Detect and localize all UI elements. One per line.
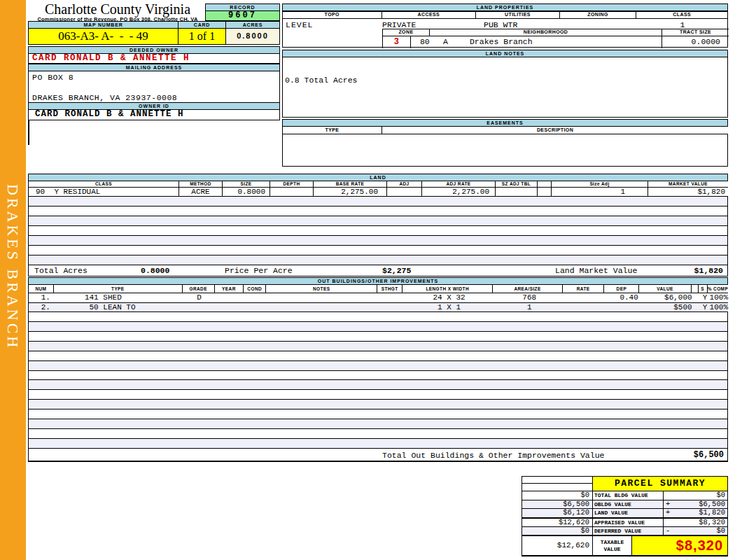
tract-size-value: 0.0000 bbox=[662, 36, 729, 48]
zone-box: ZONE NEIGHBORHOOD TRACT SIZE 3 80 A Drak… bbox=[382, 29, 729, 48]
summary-row-total-bldg: $0 TOTAL BLDG VALUE $0 bbox=[522, 491, 727, 499]
district-sidebar: DRAKES BRANCH bbox=[0, 0, 26, 560]
easements-header: EASEMENTS bbox=[282, 119, 728, 127]
easement-type-label: TYPE bbox=[283, 127, 382, 134]
ob-col-notes: NOTES bbox=[266, 285, 377, 293]
ob-col-dep: DEP bbox=[604, 285, 639, 293]
ob-pct-comp: 100% bbox=[710, 293, 728, 302]
land-col-size: SIZE bbox=[223, 181, 270, 187]
card-value: 1 of 1 bbox=[178, 29, 226, 45]
acres-label: ACRES bbox=[226, 21, 280, 29]
land-adj-value bbox=[387, 188, 422, 196]
land-notes-header: LAND NOTES bbox=[282, 50, 728, 57]
land-notes-text: 0.8 Total Acres bbox=[285, 76, 358, 85]
value-taxable: $8,320 bbox=[632, 536, 727, 555]
label-obldg: OBLDG VALUE bbox=[593, 500, 664, 508]
land-size-value: 0.8000 bbox=[223, 188, 270, 196]
map-number-value: 063-A3- A- - - 49 bbox=[28, 29, 178, 45]
land-col-size-adj: Size Adj bbox=[552, 181, 648, 187]
access-label: ACCESS bbox=[382, 12, 477, 18]
tract-size-label: TRACT SIZE bbox=[662, 29, 729, 36]
empty-row bbox=[29, 206, 727, 216]
empty-row bbox=[29, 371, 727, 381]
ob-sthgt bbox=[379, 293, 404, 302]
address-line1: PO BOX 8 bbox=[32, 73, 74, 82]
ob-year bbox=[215, 293, 244, 302]
summary-row-deferred: $0 DEFERRED VALUE -$0 bbox=[522, 526, 727, 535]
land-properties-box: TOPO ACCESS UTILITIES ZONING CLASS LEVEL… bbox=[282, 11, 728, 48]
owner-id-value: CARD RONALD B & ANNETTE H bbox=[28, 110, 280, 120]
ob-area-size: 1 bbox=[494, 303, 564, 312]
mailing-address-header: MAILING ADDRESS bbox=[28, 64, 280, 71]
land-market-value-total: $1,820 bbox=[694, 266, 723, 275]
land-method-value: ACRE bbox=[179, 188, 223, 196]
zoning-label: ZONING bbox=[560, 12, 637, 18]
ob-s: Y bbox=[701, 303, 710, 312]
land-col-class: CLASS bbox=[29, 181, 179, 187]
summary-prior-header-cell bbox=[522, 477, 593, 491]
prior-taxable: $12,620 bbox=[522, 536, 593, 555]
value-land: $1,820 bbox=[699, 509, 725, 517]
land-table-column-headers: CLASS METHOD SIZE DEPTH BASE RATE ADJ AD… bbox=[28, 181, 728, 188]
value-deferred: $0 bbox=[716, 527, 725, 535]
parcel-summary: PARCEL SUMMARY $0 TOTAL BLDG VALUE $0 $6… bbox=[522, 476, 728, 556]
label-taxable: TAXABLE VALUE bbox=[593, 536, 632, 555]
parcel-id-headers: MAP NUMBER CARD ACRES bbox=[28, 21, 280, 29]
empty-row bbox=[29, 255, 727, 265]
neighborhood-label: NEIGHBORHOOD bbox=[430, 29, 662, 36]
ob-num: 1. bbox=[29, 293, 54, 302]
easement-description-label: DESCRIPTION bbox=[382, 127, 728, 134]
land-notes-box: 0.8 Total Acres bbox=[282, 57, 728, 118]
empty-row bbox=[29, 312, 727, 322]
empty-row bbox=[29, 216, 727, 226]
ob-col-length-width: LENGTH X WIDTH bbox=[402, 285, 493, 293]
ob-s: Y bbox=[701, 293, 710, 302]
ob-cond bbox=[244, 293, 267, 302]
land-properties-header: LAND PROPERTIES bbox=[282, 4, 728, 11]
empty-row bbox=[29, 400, 727, 410]
land-adj-rate-value: 2,275.00 bbox=[422, 188, 496, 196]
summary-row-appraised: $12,620 APPRAISED VALUE $8,320 bbox=[522, 517, 727, 526]
empty-row bbox=[29, 351, 727, 361]
ob-sthgt bbox=[379, 303, 404, 312]
land-col-method: METHOD bbox=[179, 181, 223, 187]
empty-row bbox=[29, 439, 727, 448]
ob-value: $500 bbox=[641, 303, 694, 312]
empty-row bbox=[29, 361, 727, 371]
land-sz-adj-tbl-value bbox=[496, 188, 538, 196]
mailing-address-box: PO BOX 8 DRAKES BRANCH, VA 23937-0008 bbox=[28, 71, 280, 102]
ob-pct-comp: 100% bbox=[710, 303, 728, 312]
topo-label: TOPO bbox=[283, 12, 382, 18]
price-per-acre-value: $2,275 bbox=[382, 266, 411, 275]
land-totals-row: Total Acres 0.8000 Price Per Acre $2,275… bbox=[28, 265, 728, 276]
total-acres-value: 0.8000 bbox=[141, 266, 169, 275]
neighborhood-code: 80 bbox=[420, 37, 430, 46]
owner-panel-edge bbox=[28, 120, 29, 145]
empty-row bbox=[29, 410, 727, 419]
land-table: LAND CLASS METHOD SIZE DEPTH BASE RATE A… bbox=[28, 174, 728, 276]
out-buildings-total-value: $6,500 bbox=[694, 450, 724, 460]
ob-dep bbox=[606, 303, 641, 312]
utilities-label: UTILITIES bbox=[476, 12, 560, 18]
ob-rate bbox=[564, 303, 606, 312]
county-title: Charlotte County Virginia bbox=[29, 2, 206, 16]
value-appraised: $8,320 bbox=[699, 519, 725, 526]
ob-col-rate: RATE bbox=[563, 285, 605, 293]
empty-row bbox=[29, 197, 727, 206]
summary-row-obldg: $6,500 OBLDG VALUE +$6,500 bbox=[522, 500, 727, 508]
ob-type: 141 SHED bbox=[54, 293, 183, 302]
empty-row bbox=[29, 390, 727, 400]
record-box: RECORD 9607 bbox=[205, 4, 280, 21]
ob-col-pct-comp: % COMP bbox=[708, 285, 728, 293]
ob-area-size: 768 bbox=[494, 293, 564, 302]
op-deferred: - bbox=[666, 527, 670, 535]
zone-label: ZONE bbox=[383, 29, 430, 36]
prior-land: $6,120 bbox=[522, 509, 593, 517]
easements-column-headers: TYPE DESCRIPTION bbox=[282, 127, 728, 134]
empty-row bbox=[29, 236, 727, 246]
district-vertical-label: DRAKES BRANCH bbox=[4, 184, 22, 350]
land-table-title: LAND bbox=[28, 174, 728, 181]
land-blank-value bbox=[538, 188, 552, 196]
address-line2: DRAKES BRANCH, VA 23937-0008 bbox=[32, 93, 177, 102]
ob-length-width: 24 X 32 bbox=[404, 293, 495, 302]
